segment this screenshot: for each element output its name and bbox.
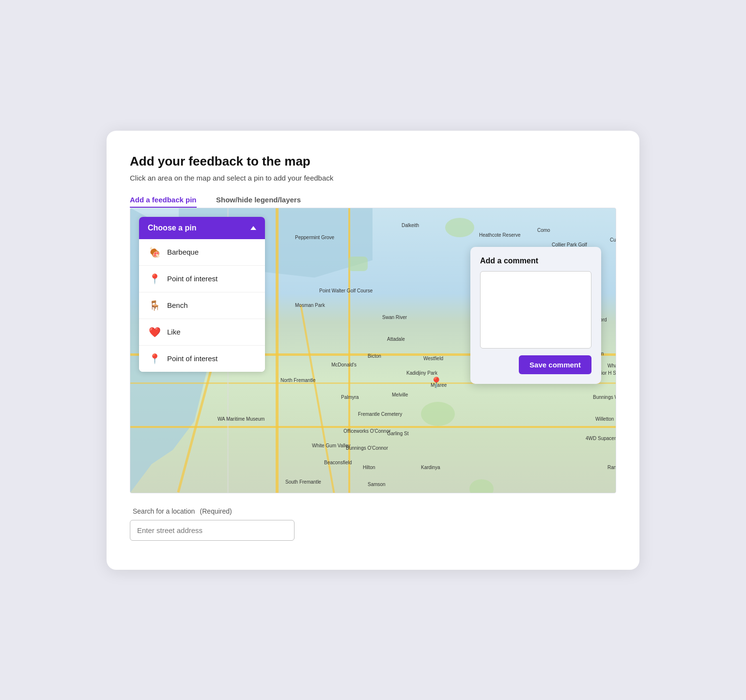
pin-option-label: Barbeque xyxy=(167,248,199,256)
barbeque-icon: 🍖 xyxy=(148,245,161,259)
pin-option-label: Like xyxy=(167,328,181,336)
map-park-3 xyxy=(421,402,455,426)
comment-popup-title: Add a comment xyxy=(480,257,591,265)
page-subtitle: Click an area on the map and select a pi… xyxy=(130,174,616,182)
pin-option-bench[interactable]: 🪑Bench xyxy=(139,292,265,319)
main-card: Add your feedback to the map Click an ar… xyxy=(107,131,639,570)
chevron-up-icon xyxy=(250,226,256,230)
tab-legend-layers[interactable]: Show/hide legend/layers xyxy=(216,196,301,208)
map-road-v1 xyxy=(276,208,279,493)
search-input[interactable] xyxy=(130,520,295,541)
pin-option-point-of-interest-2[interactable]: 📍Point of interest xyxy=(139,346,265,372)
tab-feedback-pin[interactable]: Add a feedback pin xyxy=(130,196,197,208)
bench-icon: 🪑 xyxy=(148,299,161,312)
page-title: Add your feedback to the map xyxy=(130,154,616,169)
pin-chooser: Choose a pin 🍖Barbeque📍Point of interest… xyxy=(139,217,265,372)
pin-option-label: Bench xyxy=(167,301,188,309)
search-required: (Required) xyxy=(200,507,232,515)
save-comment-button[interactable]: Save comment xyxy=(519,355,591,374)
search-label: Search for a location (Required) xyxy=(130,507,616,515)
map-road-h2 xyxy=(130,426,616,428)
comment-textarea[interactable] xyxy=(480,271,591,349)
pin-option-label: Point of interest xyxy=(167,274,218,283)
tabs-bar: Add a feedback pin Show/hide legend/laye… xyxy=(130,196,616,208)
map-container[interactable]: DalkeithPeppermint GroveHeathcote Reserv… xyxy=(130,208,616,493)
search-section: Search for a location (Required) xyxy=(130,507,616,541)
map-pin-marker: 📍 xyxy=(430,377,443,389)
search-label-text: Search for a location xyxy=(133,507,195,515)
map-road-v2 xyxy=(348,208,350,493)
like-icon: ❤️ xyxy=(148,325,161,339)
map-park-2 xyxy=(348,257,368,271)
comment-popup: Add a comment Save comment xyxy=(470,247,601,384)
pin-option-barbeque[interactable]: 🍖Barbeque xyxy=(139,239,265,266)
pin-chooser-header[interactable]: Choose a pin xyxy=(139,217,265,239)
poi-icon-2: 📍 xyxy=(148,352,161,365)
tab-divider xyxy=(205,197,207,206)
map-park-1 xyxy=(445,218,474,237)
poi-icon-1: 📍 xyxy=(148,272,161,286)
pin-option-label: Point of interest xyxy=(167,354,218,363)
pin-option-like[interactable]: ❤️Like xyxy=(139,319,265,346)
pin-chooser-title: Choose a pin xyxy=(148,224,196,232)
pin-option-point-of-interest-1[interactable]: 📍Point of interest xyxy=(139,266,265,292)
pin-options-container: 🍖Barbeque📍Point of interest🪑Bench❤️Like📍… xyxy=(139,239,265,372)
